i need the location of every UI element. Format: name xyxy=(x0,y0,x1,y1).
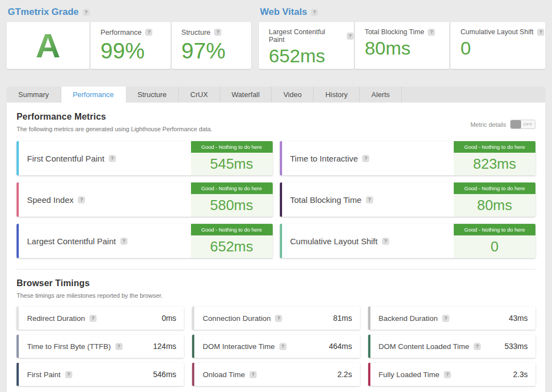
metric-label: Largest Contentful Paint xyxy=(27,237,116,246)
browser-timing-grid: Redirect Duration ? 0ms Connection Durat… xyxy=(17,307,535,386)
metric-label: Speed Index xyxy=(27,195,73,205)
tab-summary[interactable]: Summary xyxy=(7,87,61,103)
vitals-section-title: Web Vitals xyxy=(260,7,307,18)
timing-label-area: Backend Duration ? xyxy=(379,314,449,323)
tab-performance[interactable]: Performance xyxy=(61,87,126,103)
top-metric-card: Largest Contentful Paint ? 652ms xyxy=(259,22,354,69)
tab-history[interactable]: History xyxy=(314,87,359,103)
help-icon[interactable]: ? xyxy=(214,29,221,36)
top-metric-value: 0 xyxy=(460,38,545,58)
metric-result-area: Good - Nothing to do here 580ms xyxy=(191,182,273,217)
help-icon[interactable]: ? xyxy=(279,343,286,350)
timing-label-area: Onload Time ? xyxy=(203,370,257,379)
top-metric-card: Cumulative Layout Shift ? 0 xyxy=(450,22,545,69)
metric-label: Cumulative Layout Shift xyxy=(290,237,378,246)
metric-label-area: First Contentful Paint ? xyxy=(19,141,191,175)
help-icon[interactable]: ? xyxy=(442,315,449,322)
help-icon[interactable]: ? xyxy=(474,343,481,350)
help-icon[interactable]: ? xyxy=(362,155,369,162)
browser-timing-card: DOM Content Loaded Time ? 533ms xyxy=(368,335,535,358)
performance-metrics-subtitle: The following metrics are generated usin… xyxy=(17,126,470,132)
timing-label: Fully Loaded Time xyxy=(379,370,439,379)
metric-value: 0 xyxy=(454,235,535,258)
performance-metrics-titles: Performance Metrics The following metric… xyxy=(17,112,470,132)
toggle-state-text: OFF xyxy=(521,120,535,128)
metric-status-badge: Good - Nothing to do here xyxy=(191,141,273,153)
grade-section-header: GTmetrix Grade ? xyxy=(7,6,251,22)
metric-status-badge: Good - Nothing to do here xyxy=(191,224,273,235)
metric-result-area: Good - Nothing to do here 545ms xyxy=(191,141,273,175)
toggle-switch[interactable]: OFF xyxy=(510,120,535,129)
help-icon[interactable]: ? xyxy=(347,33,354,40)
help-icon[interactable]: ? xyxy=(428,29,435,36)
tab-structure[interactable]: Structure xyxy=(126,87,179,103)
top-metric-label-row: Performance ? xyxy=(100,28,171,36)
metric-status-badge: Good - Nothing to do here xyxy=(454,141,535,153)
help-icon[interactable]: ? xyxy=(78,196,85,203)
help-icon[interactable]: ? xyxy=(444,371,451,378)
top-metric-card: Total Blocking Time ? 80ms xyxy=(355,22,450,69)
top-summary-row: GTmetrix Grade ? A Performance ? 99% Str… xyxy=(7,6,545,69)
help-icon[interactable]: ? xyxy=(382,238,389,245)
tab-bar: SummaryPerformanceStructureCrUXWaterfall… xyxy=(7,87,545,103)
top-metric-label-row: Largest Contentful Paint ? xyxy=(269,28,354,44)
help-icon[interactable]: ? xyxy=(65,371,72,378)
tab-video[interactable]: Video xyxy=(272,87,314,103)
help-icon[interactable]: ? xyxy=(275,315,282,322)
gtmetrix-grade-section: GTmetrix Grade ? A Performance ? 99% Str… xyxy=(7,6,251,69)
metric-details-toggle-label: Metric details xyxy=(470,121,506,128)
timing-label-area: DOM Content Loaded Time ? xyxy=(379,342,481,351)
vitals-cards: Largest Contentful Paint ? 652ms Total B… xyxy=(259,22,545,69)
tab-alerts[interactable]: Alerts xyxy=(360,87,402,103)
help-icon[interactable]: ? xyxy=(537,29,544,36)
tab-waterfall[interactable]: Waterfall xyxy=(220,87,272,103)
metric-value: 823ms xyxy=(454,153,535,175)
help-icon[interactable]: ? xyxy=(250,371,257,378)
tab-crux[interactable]: CrUX xyxy=(179,87,220,103)
help-icon[interactable]: ? xyxy=(89,315,97,322)
timing-label-area: First Paint ? xyxy=(27,370,72,379)
metric-result-area: Good - Nothing to do here 80ms xyxy=(454,182,535,217)
help-icon[interactable]: ? xyxy=(109,155,116,162)
timing-label: Redirect Duration xyxy=(27,314,85,323)
browser-timings-title: Browser Timings xyxy=(17,278,535,288)
metric-value: 545ms xyxy=(191,153,273,175)
metric-details-toggle[interactable]: Metric details OFF xyxy=(470,120,535,129)
grade-card: A xyxy=(7,22,89,69)
help-icon[interactable]: ? xyxy=(83,9,90,16)
browser-timing-card: Onload Time ? 2.2s xyxy=(192,363,359,386)
top-metric-card: Performance ? 99% xyxy=(91,22,171,69)
browser-timings-subtitle: These timings are milestones reported by… xyxy=(17,292,535,299)
performance-metric-grid: First Contentful Paint ? Good - Nothing … xyxy=(17,141,535,258)
report-panel: SummaryPerformanceStructureCrUXWaterfall… xyxy=(7,87,545,392)
metric-label-area: Largest Contentful Paint ? xyxy=(19,224,191,258)
help-icon[interactable]: ? xyxy=(311,9,318,16)
metric-result-area: Good - Nothing to do here 823ms xyxy=(454,141,535,175)
metric-status-badge: Good - Nothing to do here xyxy=(454,182,535,194)
browser-timing-card: Time to First Byte (TTFB) ? 124ms xyxy=(17,335,184,358)
help-icon[interactable]: ? xyxy=(115,343,123,350)
help-icon[interactable]: ? xyxy=(366,196,373,203)
performance-metric-card: First Contentful Paint ? Good - Nothing … xyxy=(17,141,273,175)
timing-value: 2.3s xyxy=(513,370,528,379)
timing-value: 546ms xyxy=(153,370,176,379)
metric-label-area: Total Blocking Time ? xyxy=(282,182,454,217)
help-icon[interactable]: ? xyxy=(120,238,128,245)
top-metric-label-row: Structure ? xyxy=(182,28,252,36)
browser-timing-card: Redirect Duration ? 0ms xyxy=(17,307,184,330)
top-metric-label: Cumulative Layout Shift xyxy=(460,28,533,36)
metric-result-area: Good - Nothing to do here 0 xyxy=(454,224,535,258)
timing-label: Time to First Byte (TTFB) xyxy=(27,342,111,351)
browser-timing-card: Connection Duration ? 81ms xyxy=(192,307,359,330)
top-metric-label: Performance xyxy=(100,28,141,36)
help-icon[interactable]: ? xyxy=(145,29,152,36)
timing-label-area: DOM Interactive Time ? xyxy=(203,342,286,351)
performance-metric-card: Largest Contentful Paint ? Good - Nothin… xyxy=(17,224,273,258)
timing-value: 2.2s xyxy=(337,370,352,379)
browser-timing-card: Fully Loaded Time ? 2.3s xyxy=(368,363,535,386)
timing-value: 124ms xyxy=(153,342,176,351)
metric-value: 580ms xyxy=(191,194,273,217)
web-vitals-section: Web Vitals ? Largest Contentful Paint ? … xyxy=(259,6,545,69)
top-metric-value: 80ms xyxy=(365,38,450,58)
timing-label: Connection Duration xyxy=(203,314,270,323)
